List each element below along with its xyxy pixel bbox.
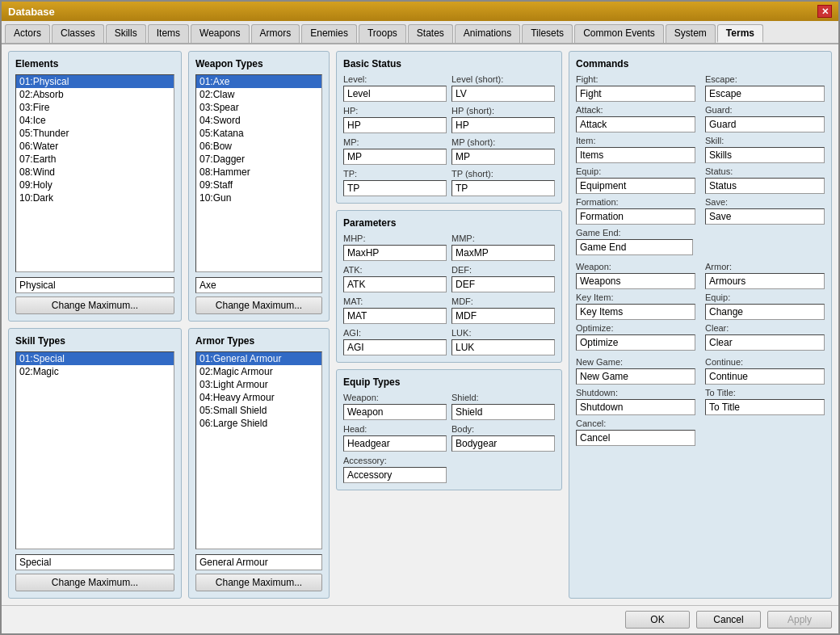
tab-animations[interactable]: Animations — [455, 24, 520, 43]
fight-input[interactable] — [576, 86, 695, 102]
hp-short-input[interactable] — [452, 117, 555, 133]
continue-input[interactable] — [705, 368, 825, 385]
ok-button[interactable]: OK — [625, 611, 690, 629]
escape-input[interactable] — [705, 86, 825, 102]
atk-input[interactable] — [343, 276, 447, 292]
elements-current-value[interactable] — [15, 277, 174, 293]
guard-input[interactable] — [705, 116, 825, 132]
tp-short-input[interactable] — [452, 180, 555, 196]
formation-input[interactable] — [576, 208, 695, 225]
list-item[interactable]: 05:Thunder — [16, 127, 174, 140]
mmp-input[interactable] — [452, 245, 555, 261]
tab-armors[interactable]: Armors — [251, 24, 300, 43]
list-item[interactable]: 09:Staff — [196, 179, 321, 191]
def-input[interactable] — [452, 276, 555, 292]
list-item[interactable]: 01:Physical — [16, 75, 174, 88]
cmd-armor-input[interactable] — [705, 273, 825, 289]
equip-input[interactable] — [576, 178, 695, 194]
list-item[interactable]: 03:Spear — [196, 101, 321, 114]
list-item[interactable]: 03:Fire — [16, 101, 174, 114]
list-item[interactable]: 02:Magic — [16, 365, 174, 378]
elements-change-max-button[interactable]: Change Maximum... — [15, 296, 174, 314]
skill-types-current-value[interactable] — [15, 554, 174, 570]
weapon-types-list[interactable]: 01:Axe 02:Claw 03:Spear 04:Sword 05:Kata… — [195, 74, 322, 272]
cancel-input[interactable] — [576, 430, 695, 446]
list-item[interactable]: 06:Large Shield — [196, 417, 321, 430]
list-item[interactable]: 01:General Armour — [196, 352, 321, 365]
weapon-types-change-max-button[interactable]: Change Maximum... — [195, 296, 322, 314]
tab-items[interactable]: Items — [148, 24, 189, 43]
tab-troops[interactable]: Troops — [359, 24, 406, 43]
list-item[interactable]: 06:Bow — [196, 140, 321, 153]
tab-system[interactable]: System — [666, 24, 716, 43]
list-item[interactable]: 02:Absorb — [16, 88, 174, 101]
list-item[interactable]: 10:Gun — [196, 191, 321, 204]
list-item[interactable]: 07:Earth — [16, 153, 174, 166]
status-input[interactable] — [705, 178, 825, 194]
list-item[interactable]: 02:Claw — [196, 88, 321, 101]
mp-input[interactable] — [343, 149, 447, 165]
key-item-input[interactable] — [576, 304, 695, 320]
elements-list[interactable]: 01:Physical 02:Absorb 03:Fire 04:Ice 05:… — [15, 74, 174, 272]
tab-classes[interactable]: Classes — [52, 24, 104, 43]
shutdown-input[interactable] — [576, 399, 695, 415]
list-item[interactable]: 04:Ice — [16, 114, 174, 127]
level-input[interactable] — [343, 86, 447, 102]
weapon-types-current-value[interactable] — [195, 277, 322, 293]
tab-actors[interactable]: Actors — [5, 24, 50, 43]
cancel-button[interactable]: Cancel — [696, 611, 761, 629]
game-end-input[interactable] — [576, 239, 693, 255]
new-game-input[interactable] — [576, 368, 695, 385]
armor-types-list[interactable]: 01:General Armour 02:Magic Armour 03:Lig… — [195, 351, 322, 549]
list-item[interactable]: 03:Light Armour — [196, 378, 321, 391]
equip-head-input[interactable] — [343, 435, 447, 452]
tab-common-events[interactable]: Common Events — [574, 24, 664, 43]
list-item[interactable]: 05:Small Shield — [196, 404, 321, 417]
level-short-input[interactable] — [452, 86, 555, 102]
mhp-input[interactable] — [343, 245, 447, 261]
tab-skills[interactable]: Skills — [106, 24, 146, 43]
list-item[interactable]: 04:Heavy Armour — [196, 391, 321, 404]
apply-button[interactable]: Apply — [767, 611, 832, 629]
equip-accessory-input[interactable] — [343, 467, 447, 483]
agi-input[interactable] — [343, 339, 447, 355]
clear-input[interactable] — [705, 334, 825, 351]
cmd-weapon-input[interactable] — [576, 273, 695, 289]
equip-shield-input[interactable] — [452, 404, 555, 420]
to-title-input[interactable] — [705, 399, 825, 415]
close-button[interactable]: ✕ — [817, 5, 832, 18]
optimize-input[interactable] — [576, 334, 695, 351]
list-item[interactable]: 07:Dagger — [196, 153, 321, 166]
list-item[interactable]: 09:Holy — [16, 179, 174, 191]
luk-input[interactable] — [452, 339, 555, 355]
tab-states[interactable]: States — [408, 24, 453, 43]
tab-enemies[interactable]: Enemies — [301, 24, 357, 43]
list-item[interactable]: 05:Katana — [196, 127, 321, 140]
tab-terms[interactable]: Terms — [717, 24, 763, 43]
list-item[interactable]: 04:Sword — [196, 114, 321, 127]
equip-body-input[interactable] — [452, 435, 555, 452]
skill-types-list[interactable]: 01:Special 02:Magic — [15, 351, 174, 549]
skill-input[interactable] — [705, 147, 825, 163]
list-item[interactable]: 06:Water — [16, 140, 174, 153]
list-item[interactable]: 02:Magic Armour — [196, 365, 321, 378]
mdf-input[interactable] — [452, 308, 555, 324]
equip-weapon-input[interactable] — [343, 404, 447, 420]
tp-input[interactable] — [343, 180, 447, 196]
mp-short-input[interactable] — [452, 149, 555, 165]
armor-types-change-max-button[interactable]: Change Maximum... — [195, 574, 322, 591]
list-item[interactable]: 01:Special — [16, 352, 174, 365]
list-item[interactable]: 08:Wind — [16, 166, 174, 179]
list-item[interactable]: 01:Axe — [196, 75, 321, 88]
equip2-input[interactable] — [705, 304, 825, 320]
list-item[interactable]: 08:Hammer — [196, 166, 321, 179]
list-item[interactable]: 10:Dark — [16, 191, 174, 204]
armor-types-current-value[interactable] — [195, 554, 322, 570]
hp-input[interactable] — [343, 117, 447, 133]
item-input[interactable] — [576, 147, 695, 163]
mat-input[interactable] — [343, 308, 447, 324]
tab-weapons[interactable]: Weapons — [191, 24, 249, 43]
tab-tilesets[interactable]: Tilesets — [522, 24, 573, 43]
attack-input[interactable] — [576, 116, 695, 132]
save-input[interactable] — [705, 208, 825, 225]
